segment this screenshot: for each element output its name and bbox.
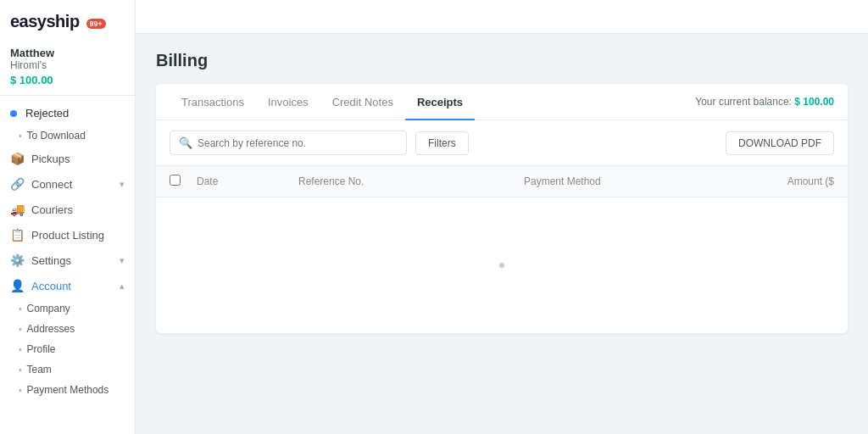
sidebar-item-rejected[interactable]: Rejected [0, 101, 135, 125]
download-pdf-button[interactable]: DOWNLOAD PDF [726, 131, 834, 155]
couriers-icon: 🚚 [10, 203, 25, 216]
tabs-bar: Transactions Invoices Credit Notes Recei… [156, 84, 848, 120]
content-area: Billing Transactions Invoices Credit Not… [136, 34, 868, 434]
sidebar-item-team[interactable]: Team [0, 359, 135, 380]
sidebar-item-pickups[interactable]: 📦 Pickups [0, 146, 135, 171]
sidebar-item-connect[interactable]: 🔗 Connect ▾ [0, 171, 135, 197]
nav-section: Rejected To Download 📦 Pickups 🔗 Connect… [0, 96, 135, 405]
empty-state-dot [499, 263, 504, 268]
addresses-label: Addresses [27, 323, 75, 335]
user-name: Matthew [10, 47, 125, 59]
user-balance: $ 100.00 [10, 74, 125, 86]
main-content: Billing Transactions Invoices Credit Not… [136, 0, 868, 434]
chevron-down-icon: ▾ [120, 179, 125, 190]
sidebar-item-couriers[interactable]: 🚚 Couriers [0, 197, 135, 222]
balance-info: Your current balance: $ 100.00 [695, 96, 834, 108]
profile-label: Profile [27, 343, 56, 355]
col-header-payment: Payment Method [524, 175, 749, 187]
settings-chevron-down-icon: ▾ [120, 255, 125, 266]
sidebar-item-rejected-label: Rejected [25, 107, 69, 120]
col-header-reference: Reference No. [298, 175, 524, 187]
tab-invoices[interactable]: Invoices [256, 84, 320, 120]
sidebar-item-couriers-label: Couriers [31, 203, 73, 216]
search-input[interactable] [198, 137, 398, 149]
balance-amount: $ 100.00 [794, 96, 834, 108]
table-body [156, 198, 848, 333]
payment-methods-label: Payment Methods [27, 384, 109, 396]
top-bar [136, 0, 868, 34]
user-org: Hiromi's [10, 59, 125, 71]
tab-receipts[interactable]: Receipts [405, 84, 475, 120]
select-all-checkbox-col [170, 175, 197, 188]
connect-icon: 🔗 [10, 177, 25, 191]
sidebar-item-to-download[interactable]: To Download [0, 125, 135, 146]
sidebar-item-settings-label: Settings [31, 254, 71, 267]
product-listing-icon: 📋 [10, 228, 25, 242]
billing-card: Transactions Invoices Credit Notes Recei… [156, 84, 848, 333]
col-header-amount: Amount ($ [749, 175, 834, 187]
filters-button[interactable]: Filters [415, 131, 469, 155]
to-download-label: To Download [27, 130, 86, 142]
table-header: Date Reference No. Payment Method Amount… [156, 166, 848, 198]
sidebar-item-addresses[interactable]: Addresses [0, 319, 135, 339]
sidebar-item-account-label: Account [31, 280, 71, 292]
sidebar-item-settings[interactable]: ⚙️ Settings ▾ [0, 248, 135, 273]
sidebar-item-payment-methods[interactable]: Payment Methods [0, 380, 135, 400]
account-icon: 👤 [10, 279, 25, 292]
tab-credit-notes[interactable]: Credit Notes [320, 84, 405, 120]
logo-area: easyship 99+ [0, 0, 135, 40]
team-label: Team [27, 364, 52, 376]
user-section: Matthew Hiromi's $ 100.00 [0, 40, 135, 96]
settings-icon: ⚙️ [10, 253, 25, 267]
brand-name: easyship [10, 12, 80, 31]
balance-label: Your current balance: [695, 96, 792, 108]
tab-transactions[interactable]: Transactions [170, 84, 256, 120]
pickups-icon: 📦 [10, 152, 25, 165]
sidebar-item-account[interactable]: 👤 Account ▴ [0, 273, 135, 298]
select-all-checkbox[interactable] [170, 175, 181, 186]
sidebar-item-connect-label: Connect [31, 178, 72, 191]
sidebar-item-product-listing[interactable]: 📋 Product Listing [0, 222, 135, 248]
rejected-dot-icon [10, 110, 17, 117]
sidebar: easyship 99+ Matthew Hiromi's $ 100.00 R… [0, 0, 136, 434]
toolbar: 🔍 Filters DOWNLOAD PDF [156, 120, 848, 166]
sidebar-item-pickups-label: Pickups [31, 153, 70, 165]
account-chevron-up-icon: ▴ [120, 281, 125, 292]
col-header-date: Date [197, 175, 298, 187]
page-title: Billing [156, 51, 848, 70]
sidebar-item-profile[interactable]: Profile [0, 339, 135, 359]
search-icon: 🔍 [179, 136, 192, 149]
search-box[interactable]: 🔍 [170, 131, 407, 155]
sidebar-item-product-listing-label: Product Listing [31, 229, 104, 242]
notification-badge: 99+ [86, 19, 106, 29]
sidebar-item-company[interactable]: Company [0, 298, 135, 319]
company-label: Company [27, 303, 70, 314]
